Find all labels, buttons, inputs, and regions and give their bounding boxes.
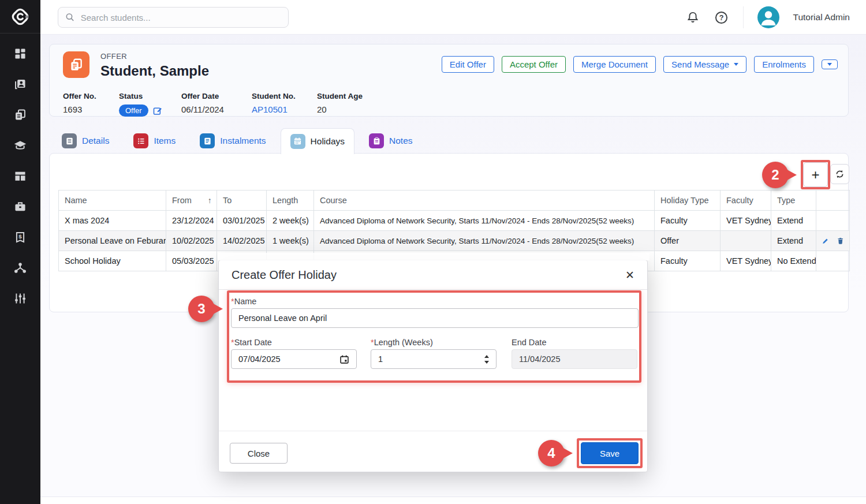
tab-items-label: Items: [154, 136, 176, 146]
stepper-down-icon[interactable]: [484, 361, 489, 364]
holidays-tab-icon: [290, 134, 305, 149]
tab-notes[interactable]: Notes: [359, 128, 423, 154]
modal-header: Create Offer Holiday ✕: [219, 260, 647, 290]
modal-close-icon[interactable]: ✕: [625, 268, 634, 282]
stepper-up-icon[interactable]: [484, 355, 489, 358]
col-to[interactable]: To: [217, 191, 267, 211]
tab-items[interactable]: Items: [124, 128, 185, 154]
help-button[interactable]: ?: [714, 10, 729, 25]
refresh-button[interactable]: [830, 164, 849, 184]
plus-icon: +: [811, 167, 819, 183]
sidebar-item-dashboard[interactable]: [9, 46, 32, 61]
sidebar-item-network[interactable]: [9, 260, 32, 275]
student-search[interactable]: [58, 7, 289, 28]
sidebar-item-offers[interactable]: [9, 107, 32, 122]
cell-course: Advanced Diploma of Network Security, St…: [314, 211, 655, 231]
cell-name: X mas 2024: [59, 211, 166, 231]
search-input[interactable]: [81, 13, 281, 23]
student-no-label: Student No.: [252, 92, 296, 100]
notifications-button[interactable]: [685, 10, 700, 25]
page-title: Student, Sample: [100, 63, 209, 79]
length-weeks-stepper[interactable]: 1: [371, 349, 497, 369]
offer-tabs: Details Items Instalments Holidays: [52, 128, 423, 154]
accept-offer-button[interactable]: Accept Offer: [502, 56, 566, 73]
sidebar-item-courses[interactable]: [9, 138, 32, 153]
tab-details[interactable]: Details: [52, 128, 119, 154]
user-name[interactable]: Tutorial Admin: [793, 12, 850, 23]
delete-row-icon[interactable]: [837, 236, 844, 245]
enrolments-button[interactable]: Enrolments: [754, 56, 814, 73]
edit-offer-button[interactable]: Edit Offer: [442, 56, 494, 73]
topbar: ? Tutorial Admin: [40, 0, 866, 35]
cell-faculty: VET Sydney: [721, 251, 771, 271]
table-row: X mas 2024 23/12/2024 03/01/2025 2 week(…: [59, 211, 850, 231]
enrolments-label: Enrolments: [762, 59, 806, 69]
cell-actions: [816, 211, 850, 231]
cell-actions: [816, 251, 850, 271]
student-no-link[interactable]: AP10501: [252, 104, 296, 114]
tab-instalments[interactable]: Instalments: [190, 128, 275, 154]
cell-length: 2 week(s): [267, 211, 314, 231]
tab-holidays[interactable]: Holidays: [281, 128, 354, 154]
tab-details-label: Details: [82, 136, 109, 146]
start-date-input[interactable]: 07/04/2025: [231, 349, 357, 369]
name-field-label: *Name: [231, 297, 256, 306]
cell-from: 10/02/2025: [166, 231, 217, 251]
cell-to: 14/02/2025: [217, 231, 267, 251]
save-button[interactable]: Save: [581, 442, 639, 464]
send-message-button[interactable]: Send Message: [663, 56, 746, 73]
edit-row-icon[interactable]: [822, 237, 829, 245]
col-name[interactable]: Name: [59, 191, 166, 211]
tab-holidays-label: Holidays: [311, 136, 345, 147]
col-course[interactable]: Course: [314, 191, 655, 211]
user-avatar[interactable]: [757, 6, 779, 28]
col-faculty[interactable]: Faculty: [721, 191, 771, 211]
send-message-label: Send Message: [671, 59, 729, 69]
col-type[interactable]: Type: [771, 191, 816, 211]
col-holiday-type[interactable]: Holiday Type: [655, 191, 721, 211]
annotation-step-4: 4: [538, 440, 565, 466]
cell-to: 03/01/2025: [217, 211, 267, 231]
create-offer-holiday-modal: Create Offer Holiday ✕ *Name Personal Le…: [218, 260, 648, 472]
tab-notes-label: Notes: [389, 136, 413, 146]
close-button[interactable]: Close: [230, 443, 288, 464]
merge-document-button[interactable]: Merge Document: [573, 56, 656, 73]
col-length[interactable]: Length: [267, 191, 314, 211]
offer-date-label: Offer Date: [181, 92, 224, 100]
svg-text:?: ?: [719, 14, 724, 22]
sidebar-item-finance[interactable]: $: [9, 230, 32, 245]
cell-type: Extend: [771, 231, 816, 251]
cell-type: No Extend: [771, 251, 816, 271]
cell-course: Advanced Diploma of Network Security, St…: [314, 231, 655, 251]
offer-date-value: 06/11/2024: [181, 104, 224, 114]
brand-logo-icon: [10, 7, 30, 27]
student-card-icon: [14, 78, 27, 91]
accept-offer-label: Accept Offer: [510, 59, 558, 69]
sidebar-item-students[interactable]: [9, 77, 32, 92]
sidebar-item-employment[interactable]: [9, 199, 32, 214]
edit-status-icon[interactable]: [153, 106, 162, 115]
add-holiday-button[interactable]: +: [803, 162, 828, 187]
holiday-name-input[interactable]: Personal Leave on April: [231, 308, 639, 328]
annotation-step-2: 2: [762, 162, 789, 188]
finance-dollar-icon: $: [14, 231, 27, 244]
cell-holiday-type: Faculty: [655, 211, 721, 231]
items-tab-icon: [133, 133, 148, 148]
cell-name: School Holiday: [59, 251, 166, 271]
user-avatar-icon: [757, 6, 779, 28]
sidebar-item-settings[interactable]: [9, 291, 32, 306]
chevron-down-icon: [827, 63, 832, 66]
cell-length: 1 week(s): [267, 231, 314, 251]
graduation-cap-icon: [13, 139, 27, 152]
col-from[interactable]: From↑: [166, 191, 217, 211]
sidebar-item-timetable[interactable]: [9, 169, 32, 184]
instalments-tab-icon: [200, 133, 215, 148]
offer-header-card: OFFER Student, Sample Edit Offer Accept …: [49, 44, 849, 117]
app-logo[interactable]: [0, 0, 40, 33]
footer-strip: [40, 496, 866, 504]
more-actions-button[interactable]: [822, 59, 838, 69]
briefcase-icon: [14, 200, 27, 213]
bell-icon: [686, 11, 699, 24]
calendar-icon[interactable]: [339, 354, 349, 364]
status-label: Status: [119, 92, 162, 100]
